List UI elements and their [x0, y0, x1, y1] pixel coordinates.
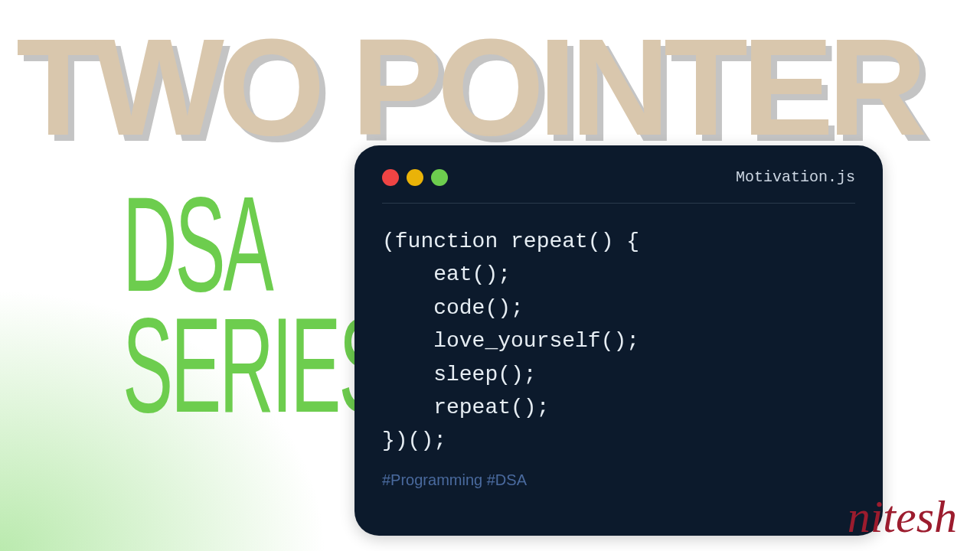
code-content: (function repeat() { eat(); code(); love… — [382, 225, 855, 458]
close-icon[interactable] — [382, 169, 399, 186]
author-signature: nitesh — [848, 491, 957, 543]
subtitle-line-1: DSA — [122, 184, 387, 305]
code-window: Motivation.js (function repeat() { eat()… — [354, 145, 883, 536]
main-title: TWO POINTER — [16, 8, 921, 166]
subtitle-line-2: SERIES — [122, 305, 387, 425]
maximize-icon[interactable] — [431, 169, 448, 186]
traffic-lights — [382, 169, 448, 186]
window-header: Motivation.js — [382, 168, 855, 204]
minimize-icon[interactable] — [407, 169, 423, 186]
subtitle: DSA SERIES — [122, 184, 387, 426]
filename-label: Motivation.js — [736, 168, 855, 186]
hashtags: #Programming #DSA — [382, 471, 855, 489]
